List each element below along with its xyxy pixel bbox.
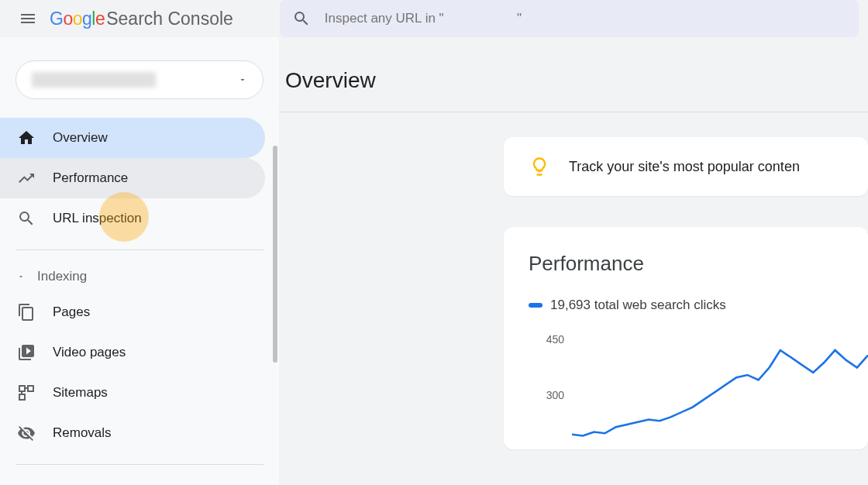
divider xyxy=(16,249,264,250)
nav-label: Performance xyxy=(53,170,128,186)
pages-icon xyxy=(17,303,36,322)
y-tick-label: 300 xyxy=(533,389,564,401)
search-input[interactable] xyxy=(325,11,846,26)
nav-label: Overview xyxy=(53,130,108,146)
page-title: Overview xyxy=(279,37,868,112)
search-icon xyxy=(17,209,36,228)
chart-legend: 19,693 total web search clicks xyxy=(529,298,868,313)
legend-swatch xyxy=(529,303,542,308)
svg-rect-0 xyxy=(19,386,25,391)
logo: Google Search Console xyxy=(50,9,233,29)
sidebar: Overview Performance URL inspection Inde… xyxy=(0,37,279,485)
search-icon xyxy=(292,9,311,28)
video-pages-icon xyxy=(17,343,36,362)
caret-down-icon xyxy=(17,273,25,280)
nav-video-pages[interactable]: Video pages xyxy=(0,332,265,373)
sitemap-icon xyxy=(17,384,36,402)
section-indexing[interactable]: Indexing xyxy=(0,261,279,292)
chart: 450 300 xyxy=(529,325,868,449)
svg-rect-2 xyxy=(19,394,25,400)
nav-pages[interactable]: Pages xyxy=(0,292,265,332)
property-name-redacted xyxy=(32,72,156,88)
home-icon xyxy=(17,129,36,147)
nav-performance[interactable]: Performance xyxy=(0,158,265,198)
chevron-down-icon xyxy=(238,75,247,84)
product-name: Search Console xyxy=(106,9,233,29)
divider xyxy=(16,464,264,465)
nav-label: Removals xyxy=(53,425,112,441)
y-tick-label: 450 xyxy=(533,333,564,346)
menu-button[interactable] xyxy=(9,0,46,37)
line-chart xyxy=(572,325,868,449)
visibility-off-icon xyxy=(17,424,36,442)
main-content: Overview Track your site's most popular … xyxy=(279,37,868,485)
insight-card[interactable]: Track your site's most popular conten xyxy=(504,137,868,196)
url-inspect-search[interactable] xyxy=(280,0,859,37)
nav-url-inspection[interactable]: URL inspection xyxy=(0,198,265,239)
legend-text: 19,693 total web search clicks xyxy=(550,298,726,313)
performance-card: Performance 19,693 total web search clic… xyxy=(504,227,868,449)
nav-label: URL inspection xyxy=(53,211,142,226)
performance-title: Performance xyxy=(529,252,868,276)
svg-rect-1 xyxy=(28,386,33,391)
nav-label: Sitemaps xyxy=(53,385,108,401)
nav-label: Pages xyxy=(53,304,90,320)
nav-sitemaps[interactable]: Sitemaps xyxy=(0,373,265,413)
lightbulb-icon xyxy=(529,156,550,177)
section-label: Indexing xyxy=(37,269,87,284)
hamburger-icon xyxy=(19,9,37,28)
insight-text: Track your site's most popular conten xyxy=(569,159,800,175)
trending-icon xyxy=(17,169,36,187)
nav-removals[interactable]: Removals xyxy=(0,413,265,453)
nav-label: Video pages xyxy=(53,345,126,360)
nav-overview[interactable]: Overview xyxy=(0,118,265,158)
scrollbar[interactable] xyxy=(273,146,277,485)
property-selector[interactable] xyxy=(16,60,264,99)
